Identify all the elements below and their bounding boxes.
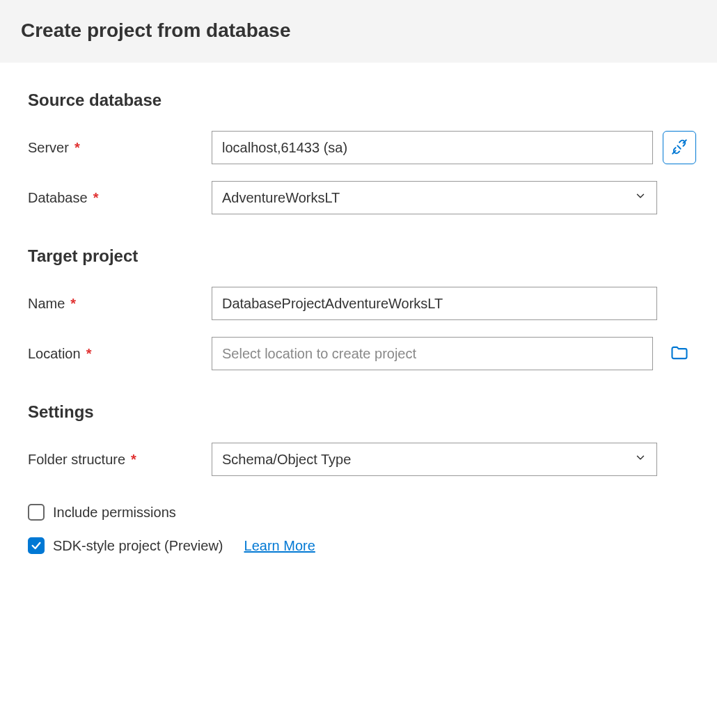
dialog-title: Create project from database — [21, 19, 696, 42]
include-permissions-row: Include permissions — [28, 504, 696, 521]
folder-structure-value: Schema/Object Type — [222, 452, 351, 468]
chevron-down-icon — [634, 452, 647, 468]
connect-button[interactable] — [663, 131, 696, 164]
folder-structure-row: Folder structure * Schema/Object Type — [28, 443, 696, 476]
server-row: Server * localhost,61433 (sa) — [28, 131, 696, 164]
required-marker: * — [74, 140, 80, 156]
database-row: Database * AdventureWorksLT — [28, 181, 696, 214]
chevron-down-icon — [634, 190, 647, 206]
required-marker: * — [93, 190, 99, 206]
required-marker: * — [131, 452, 136, 468]
database-select[interactable]: AdventureWorksLT — [212, 181, 657, 214]
browse-location-button[interactable] — [663, 337, 696, 370]
server-label: Server * — [28, 140, 202, 156]
folder-structure-label: Folder structure * — [28, 452, 202, 468]
location-label: Location * — [28, 346, 202, 362]
settings-checkboxes: Include permissions SDK-style project (P… — [28, 504, 696, 554]
required-marker: * — [70, 296, 76, 312]
sdk-style-row: SDK-style project (Preview) Learn More — [28, 537, 696, 554]
section-settings: Settings Folder structure * Schema/Objec… — [28, 402, 696, 554]
name-label: Name * — [28, 296, 202, 312]
server-input: localhost,61433 (sa) — [212, 131, 653, 164]
sdk-style-label: SDK-style project (Preview) — [53, 538, 223, 554]
section-source-database: Source database Server * localhost,61433… — [28, 90, 696, 214]
dialog-body: Source database Server * localhost,61433… — [0, 63, 717, 575]
sdk-style-checkbox[interactable] — [28, 537, 45, 554]
plug-icon — [670, 138, 688, 158]
learn-more-link[interactable]: Learn More — [244, 538, 315, 554]
name-row: Name * — [28, 287, 696, 320]
dialog-header: Create project from database — [0, 0, 717, 63]
database-label: Database * — [28, 190, 202, 206]
source-database-heading: Source database — [28, 90, 696, 110]
include-permissions-label: Include permissions — [53, 505, 176, 521]
folder-icon — [670, 343, 689, 365]
target-project-heading: Target project — [28, 246, 696, 266]
location-row: Location * — [28, 337, 696, 370]
settings-heading: Settings — [28, 402, 696, 422]
section-target-project: Target project Name * Location * — [28, 246, 696, 370]
include-permissions-checkbox[interactable] — [28, 504, 45, 521]
location-input[interactable] — [212, 337, 653, 370]
folder-structure-select[interactable]: Schema/Object Type — [212, 443, 657, 476]
required-marker: * — [86, 346, 92, 362]
database-select-value: AdventureWorksLT — [222, 190, 340, 206]
name-input[interactable] — [212, 287, 657, 320]
